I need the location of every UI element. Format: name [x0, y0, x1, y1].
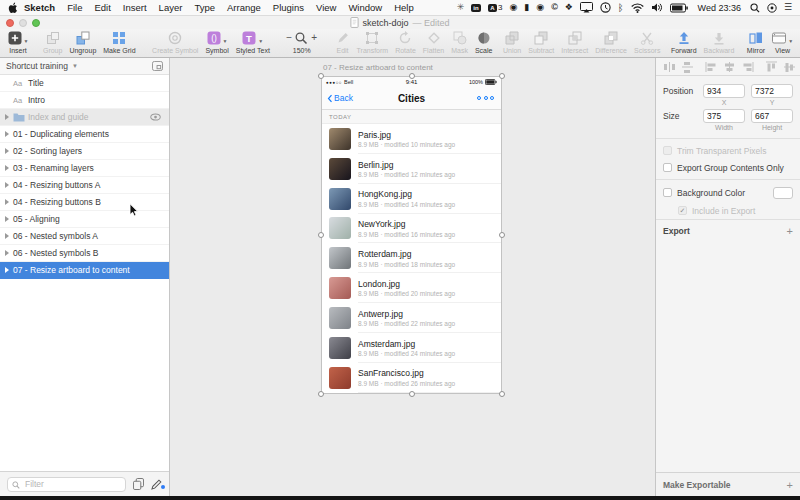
record-icon[interactable]: ◉	[536, 3, 544, 12]
file-row-berlin-jpg[interactable]: Berlin.jpg8.9 MB · modified 12 minutes a…	[322, 154, 501, 184]
toolbar-make-grid-button[interactable]: Make Grid	[103, 31, 135, 54]
resize-handle-bottom-right[interactable]	[499, 391, 505, 397]
menu-window[interactable]: Window	[342, 2, 388, 13]
minimize-button[interactable]	[19, 19, 27, 27]
option-trim-transparent-pixels[interactable]: Trim Transparent Pixels	[656, 142, 800, 159]
page-selector[interactable]: Shortcut training ▼	[0, 58, 169, 75]
menu-edit[interactable]: Edit	[88, 2, 116, 13]
zoom-in-button[interactable]: +	[309, 33, 319, 43]
layer-row-05-aligning[interactable]: 05 - Aligning	[0, 211, 169, 228]
back-button[interactable]: Back	[327, 93, 353, 103]
layer-row-06-nested-symbols-a[interactable]: 06 - Nested symbols A	[0, 228, 169, 245]
camera-icon[interactable]: ◉	[509, 3, 517, 12]
time-machine-icon[interactable]	[600, 2, 611, 13]
option-export-group-contents-only[interactable]: Export Group Contents Only	[656, 159, 800, 176]
file-row-paris-jpg[interactable]: Paris.jpg8.9 MB · modified 10 minutes ag…	[322, 124, 501, 154]
checkbox[interactable]: ✓	[678, 206, 687, 215]
add-export-button[interactable]: +	[787, 227, 793, 235]
toolbar-insert-button[interactable]: ▼Insert	[8, 31, 29, 54]
disclosure-triangle-icon[interactable]	[5, 199, 9, 205]
width-field[interactable]	[703, 109, 745, 123]
file-row-antwerp-jpg[interactable]: Antwerp.jpg8.9 MB · modified 22 minutes …	[322, 303, 501, 333]
linkedin-icon[interactable]: in	[471, 4, 480, 12]
checkbox[interactable]	[663, 188, 672, 197]
file-row-hongkong-jpg[interactable]: HongKong.jpg8.9 MB · modified 14 minutes…	[322, 184, 501, 214]
disclosure-triangle-icon[interactable]	[5, 165, 9, 171]
zoom-window-button[interactable]	[32, 19, 40, 27]
siri-icon[interactable]	[767, 3, 777, 13]
disclosure-triangle-icon[interactable]	[5, 131, 9, 137]
wifi-icon[interactable]	[631, 3, 644, 13]
resize-handle-top-right[interactable]	[499, 73, 505, 79]
resize-handle-mid-right[interactable]	[499, 232, 505, 238]
menu-sketch[interactable]: Sketch	[18, 2, 61, 13]
layer-row-02-sorting-layers[interactable]: 02 - Sorting layers	[0, 143, 169, 160]
toolbar-symbol-button[interactable]: ()▼Symbol	[205, 31, 228, 54]
layer-row-07-resize-artboard-to-content[interactable]: 07 - Resize artboard to content	[0, 262, 169, 279]
bookmark-icon[interactable]: ▮	[524, 3, 529, 12]
file-row-london-jpg[interactable]: London.jpg8.9 MB · modified 20 minutes a…	[322, 273, 501, 303]
toolbar-mirror-button[interactable]: Mirror	[747, 31, 765, 54]
menu-type[interactable]: Type	[188, 2, 221, 13]
toolbar-scale-button[interactable]: Scale	[475, 31, 493, 54]
spotlight-icon[interactable]	[750, 3, 760, 13]
layer-row-06-nested-symbols-b[interactable]: 06 - Nested symbols B	[0, 245, 169, 262]
menu-arrange[interactable]: Arrange	[221, 2, 267, 13]
file-row-sanfrancisco-jpg[interactable]: SanFrancisco.jpg8.9 MB · modified 26 min…	[322, 363, 501, 393]
file-row-rotterdam-jpg[interactable]: Rotterdam.jpg8.9 MB · modified 18 minute…	[322, 243, 501, 273]
menu-help[interactable]: Help	[388, 2, 420, 13]
toolbar-ungroup-button[interactable]: Ungroup	[69, 31, 96, 54]
app-asterisk-icon[interactable]: ✳	[457, 3, 465, 12]
battery-icon[interactable]	[670, 3, 689, 13]
toolbar-view-button[interactable]: ▼View	[772, 31, 793, 54]
artboard[interactable]: ●●●○○ Bell 9:41 100% Back Cities	[322, 77, 501, 393]
layer-row-title[interactable]: AaTitle	[0, 75, 169, 92]
file-row-newyork-jpg[interactable]: NewYork.jpg8.9 MB · modified 16 minutes …	[322, 214, 501, 244]
more-options-icon[interactable]	[477, 96, 494, 100]
filter-input[interactable]	[23, 478, 121, 490]
dropbox-icon[interactable]: ❖	[565, 3, 573, 12]
toolbar-forward-button[interactable]: Forward	[671, 31, 697, 54]
airplay-icon[interactable]	[580, 2, 593, 13]
layer-row-01-duplicating-elements[interactable]: 01 - Duplicating elements	[0, 126, 169, 143]
position-x-field[interactable]	[703, 84, 745, 98]
adobe-creative-cloud-icon[interactable]: A3	[488, 4, 503, 12]
pencil-icon[interactable]	[151, 478, 162, 490]
layer-row-intro[interactable]: AaIntro	[0, 92, 169, 109]
notification-center-icon[interactable]: ☰	[784, 3, 792, 12]
artboard-title[interactable]: 07 - Resize artboard to content	[323, 63, 433, 72]
menu-layer[interactable]: Layer	[153, 2, 189, 13]
resize-handle-top-left[interactable]	[318, 73, 324, 79]
disclosure-triangle-icon[interactable]	[5, 148, 9, 154]
menu-file[interactable]: File	[61, 2, 88, 13]
checkbox[interactable]	[663, 163, 672, 172]
option-include-in-export[interactable]: ✓Include in Export	[656, 202, 800, 219]
apple-menu-icon[interactable]	[8, 2, 18, 14]
bluetooth-icon[interactable]: ᛒ	[618, 3, 624, 13]
menu-insert[interactable]: Insert	[117, 2, 153, 13]
filter-field[interactable]	[7, 477, 126, 492]
page-list-toggle-icon[interactable]	[152, 61, 163, 71]
layer-row-03-renaming-layers[interactable]: 03 - Renaming layers	[0, 160, 169, 177]
toolbar-styled-text-button[interactable]: T▼Styled Text	[236, 31, 270, 54]
checkbox[interactable]	[663, 146, 672, 155]
file-row-amsterdam-jpg[interactable]: Amsterdam.jpg8.9 MB · modified 24 minute…	[322, 333, 501, 363]
disclosure-triangle-icon[interactable]	[5, 267, 9, 273]
height-field[interactable]	[751, 109, 793, 123]
duplicate-page-icon[interactable]	[133, 478, 144, 490]
disclosure-triangle-icon[interactable]	[5, 233, 9, 239]
copyright-icon[interactable]: ©	[551, 3, 558, 12]
zoom-out-button[interactable]: −	[284, 33, 294, 43]
menu-view[interactable]: View	[310, 2, 342, 13]
close-button[interactable]	[6, 19, 14, 27]
make-exportable-add-button[interactable]: +	[787, 481, 793, 489]
disclosure-triangle-icon[interactable]	[5, 250, 9, 256]
disclosure-triangle-icon[interactable]	[5, 114, 9, 120]
resize-handle-bottom-center[interactable]	[409, 391, 415, 397]
resize-handle-mid-left[interactable]	[318, 232, 324, 238]
color-swatch[interactable]	[773, 187, 793, 199]
disclosure-triangle-icon[interactable]	[5, 216, 9, 222]
layer-row-index-and-guide[interactable]: Index and guide	[0, 109, 169, 126]
toolbar-150-button[interactable]: −+150%	[284, 31, 319, 54]
canvas[interactable]: 07 - Resize artboard to content ●●●○○ Be…	[170, 58, 655, 496]
